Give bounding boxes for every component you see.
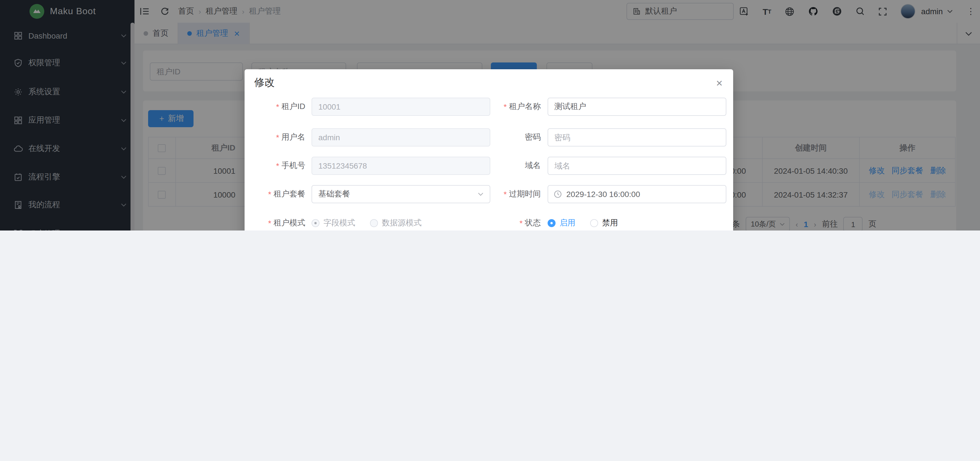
clock-icon (554, 190, 562, 198)
field-label-domain: 域名 (460, 157, 541, 175)
password-input[interactable] (547, 128, 726, 147)
status-radio-disabled[interactable]: 禁用 (590, 218, 618, 228)
expire-datetime-picker[interactable]: 2029-12-30 16:00:00 (547, 185, 726, 203)
field-label-password: 密码 (460, 128, 541, 147)
field-label-tenant-name: 租户名称 (460, 98, 541, 116)
field-label-expire: 过期时间 (460, 185, 541, 203)
field-label-package: 租户套餐 (245, 185, 305, 203)
field-label-tenant-id: 租户ID (245, 98, 305, 116)
radio-dot-icon (312, 219, 320, 227)
field-label-status: 状态 (460, 214, 541, 231)
edit-dialog: 修改 ✕ 租户ID 租户名称 用户名 密码 手机号 域名 租户套餐 基础套餐 过… (245, 69, 733, 231)
app-root: Maku Boot Dashboard 权限管理 系统设置 应用管理 在线开发 (0, 0, 980, 231)
field-label-phone: 手机号 (245, 157, 305, 175)
domain-input[interactable] (547, 157, 726, 175)
radio-dot-icon (370, 219, 378, 227)
package-select-value: 基础套餐 (318, 189, 350, 199)
field-label-mode: 租户模式 (245, 214, 305, 231)
mode-radio-datasource: 数据源模式 (370, 218, 422, 228)
dialog-title: 修改 (254, 75, 275, 89)
field-label-username: 用户名 (245, 128, 305, 147)
radio-dot-icon (590, 219, 598, 227)
expire-datetime-value: 2029-12-30 16:00:00 (566, 190, 640, 199)
dialog-close-icon[interactable]: ✕ (716, 78, 723, 89)
status-radio-enabled[interactable]: 启用 (547, 218, 575, 228)
mode-radio-field: 字段模式 (312, 218, 355, 228)
radio-dot-icon (547, 219, 555, 227)
tenant-name-input[interactable] (547, 98, 726, 116)
